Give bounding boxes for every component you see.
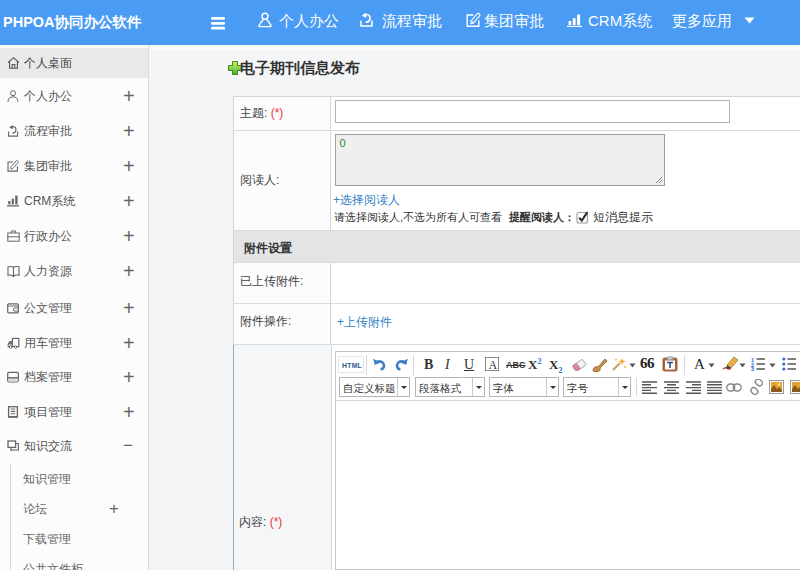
svg-text:3: 3 [751,366,754,371]
